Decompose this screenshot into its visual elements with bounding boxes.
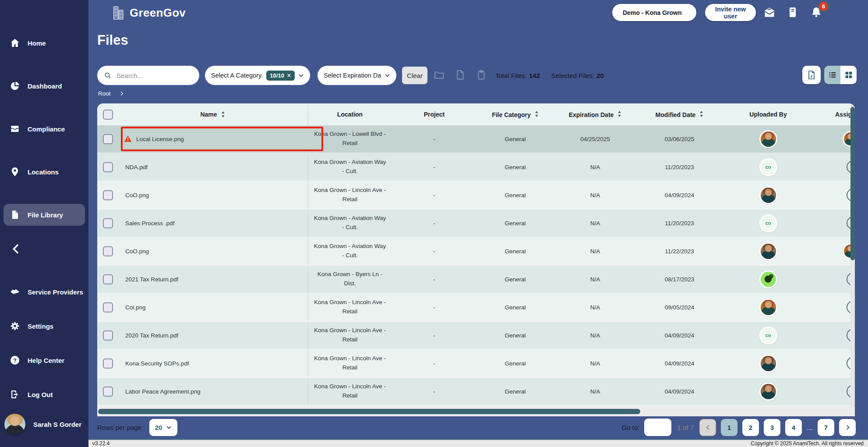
page-button-4[interactable]: 4 <box>785 419 802 436</box>
select-all-checkbox[interactable] <box>103 110 113 120</box>
help-center-icon: ? <box>10 355 20 365</box>
selected-files-value: 20 <box>596 72 604 79</box>
table-row[interactable]: CoO.pngKona Grown - Lincoln Ave - Retail… <box>97 181 855 209</box>
column-header-expiration-date[interactable]: Expiration Date <box>554 111 637 118</box>
page-ellipsis: ... <box>807 424 813 431</box>
page-button-7[interactable]: 7 <box>818 419 834 436</box>
vertical-scrollbar[interactable] <box>850 103 855 407</box>
row-checkbox[interactable] <box>103 387 113 397</box>
export-excel-button[interactable]: x <box>802 66 821 84</box>
sidebar-item-file-library[interactable]: File Library <box>4 204 85 226</box>
user-name: Sarah S Gorder <box>33 421 81 428</box>
row-checkbox[interactable] <box>103 330 113 341</box>
row-checkbox[interactable] <box>103 274 113 284</box>
sidebar-item-compliance[interactable]: Compliance <box>4 118 85 140</box>
invite-new-user-button[interactable]: Invite new user <box>705 4 756 21</box>
page-button-2[interactable]: 2 <box>742 419 759 436</box>
breadcrumb-root[interactable]: Root <box>98 90 111 97</box>
horizontal-scrollbar-thumb[interactable] <box>98 409 640 414</box>
clipboard-icon[interactable] <box>476 69 487 81</box>
row-checkbox[interactable] <box>103 134 113 144</box>
category-filter[interactable]: Select A Category... 10/10 <box>205 66 310 85</box>
org-selector[interactable]: Demo - Kona Grown <box>612 4 696 21</box>
table-row[interactable]: Col.pngKona Grown - Lincoln Ave - Retail… <box>97 294 855 322</box>
sidebar-item-locations[interactable]: Locations <box>4 161 85 183</box>
sidebar-item-help-center[interactable]: ?Help Center <box>4 349 85 371</box>
collapse-sidebar-button[interactable] <box>10 242 23 255</box>
sidebar-item-log-out[interactable]: Log Out <box>4 383 85 405</box>
goto-page-input[interactable] <box>644 419 671 436</box>
search-input[interactable] <box>116 71 187 80</box>
uploader-avatar: co <box>761 160 776 175</box>
sort-icon[interactable] <box>535 111 539 117</box>
document-icon[interactable] <box>787 6 799 18</box>
horizontal-scrollbar[interactable] <box>97 407 855 416</box>
sort-icon[interactable] <box>221 111 225 117</box>
file-category: General <box>477 360 554 367</box>
uploader-avatar <box>761 300 776 315</box>
rows-per-page-select[interactable]: 20 <box>149 419 177 436</box>
clear-filters-button[interactable]: Clear <box>402 67 427 84</box>
expiration-filter[interactable]: Select Expiration Date <box>318 66 396 85</box>
table-row[interactable]: NDA.pdfKona Grown - Aviation Way - Cult.… <box>97 153 855 181</box>
file-project: - <box>392 332 477 339</box>
file-location: Kona Grown - Lincoln Ave - Retail <box>308 186 392 204</box>
page-button-3[interactable]: 3 <box>764 419 780 436</box>
next-page-button[interactable] <box>839 419 856 436</box>
column-header-modified-date[interactable]: Modified Date <box>637 111 722 118</box>
list-view-button[interactable] <box>824 66 840 84</box>
uploader-avatar <box>761 272 776 287</box>
vertical-scrollbar-thumb[interactable] <box>850 107 855 260</box>
sidebar-item-service-providers[interactable]: Service Providers <box>4 281 85 303</box>
file-expiration: N/A <box>554 332 637 339</box>
rows-per-page-label: Rows per page: <box>97 424 143 431</box>
buildings-icon <box>110 5 126 21</box>
row-checkbox[interactable] <box>103 218 113 228</box>
page-buttons: 1234...7 <box>721 419 834 436</box>
sidebar-item-dashboard[interactable]: Dashboard <box>4 75 85 97</box>
uploader-avatar: co <box>761 216 776 231</box>
sort-icon[interactable] <box>617 111 621 117</box>
table-row[interactable]: Local License.pngKona Grown - Lowell Blv… <box>97 125 855 153</box>
folder-icon[interactable] <box>434 69 445 81</box>
table-row[interactable]: 2021 Tax Return.pdfKona Grown - Byers Ln… <box>97 266 855 294</box>
sidebar-item-settings[interactable]: Settings <box>4 315 85 337</box>
file-project: - <box>392 276 477 283</box>
column-header-name[interactable]: Name <box>117 103 308 125</box>
table-row[interactable]: CoO.pngKona Grown - Aviation Way - Cult.… <box>97 238 855 266</box>
table-header-row: NameLocationProjectFile CategoryExpirati… <box>97 103 855 125</box>
table-row[interactable]: 2020 Tax Return.pdfKona Grown - Lincoln … <box>97 322 855 350</box>
column-header-file-category[interactable]: File Category <box>477 111 554 118</box>
chevron-down-icon <box>298 72 304 78</box>
row-checkbox[interactable] <box>103 246 113 256</box>
copyright: Copyright © 2025 AnamiTech. All rights r… <box>751 440 864 447</box>
row-checkbox[interactable] <box>103 358 113 369</box>
file-expiration: N/A <box>554 360 637 367</box>
sidebar-item-label: Dashboard <box>28 82 62 90</box>
close-icon[interactable] <box>686 10 686 16</box>
file-expiration: N/A <box>554 164 637 170</box>
mail-icon[interactable] <box>763 6 776 18</box>
home-icon <box>10 38 20 48</box>
user-profile[interactable]: Sarah S Gorder <box>4 414 81 435</box>
file-icon[interactable] <box>455 69 466 81</box>
column-header-uploaded-by: Uploaded By <box>722 111 814 118</box>
file-modified: 04/09/2024 <box>637 360 722 367</box>
grid-view-button[interactable] <box>840 66 857 84</box>
chevron-down-icon[interactable] <box>690 10 690 16</box>
file-category: General <box>477 388 554 395</box>
row-checkbox[interactable] <box>103 162 113 172</box>
file-name: Local License.png <box>136 136 184 142</box>
row-checkbox[interactable] <box>103 302 113 312</box>
table-row[interactable]: Kona Security SOPs.pdfKona Grown - Linco… <box>97 350 855 378</box>
category-filter-badge[interactable]: 10/10 <box>266 71 295 81</box>
row-checkbox[interactable] <box>103 190 113 200</box>
sort-icon[interactable] <box>699 111 703 117</box>
file-project: - <box>392 136 477 142</box>
table-row[interactable]: Labor Peace Agreement.pngKona Grown - Li… <box>97 378 855 406</box>
table-row[interactable]: Sales Process .pdfKona Grown - Aviation … <box>97 209 855 238</box>
sidebar-item-home[interactable]: Home <box>4 32 85 54</box>
file-expiration: 04/25/2025 <box>554 136 637 142</box>
page-button-1[interactable]: 1 <box>721 419 737 436</box>
previous-page-button[interactable] <box>699 419 716 436</box>
